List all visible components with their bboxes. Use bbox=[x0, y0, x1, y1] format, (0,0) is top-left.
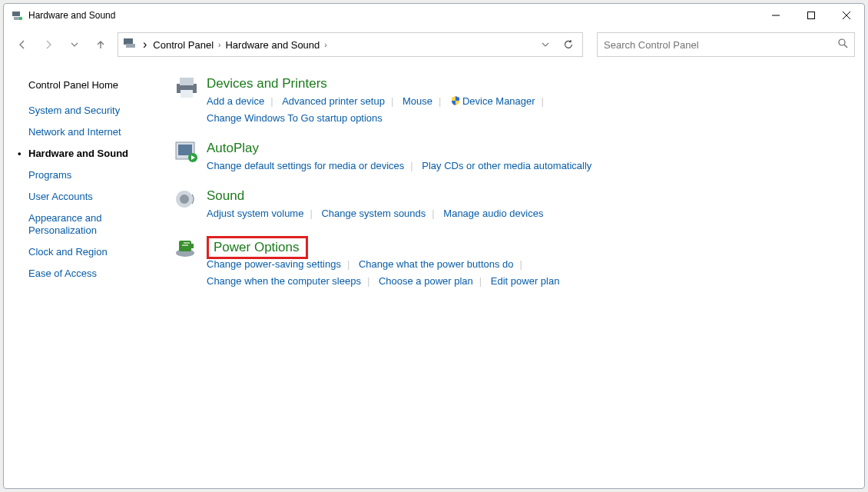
task-system-sounds[interactable]: Change system sounds bbox=[321, 205, 426, 222]
task-power-saving[interactable]: Change power-saving settings bbox=[207, 256, 341, 273]
refresh-button[interactable] bbox=[559, 35, 578, 54]
speaker-icon bbox=[171, 188, 202, 216]
task-autoplay-defaults[interactable]: Change default settings for media or dev… bbox=[207, 158, 404, 175]
sidebar-item-ease-of-access[interactable]: Ease of Access bbox=[28, 268, 144, 280]
sidebar-item-network-internet[interactable]: Network and Internet bbox=[28, 126, 144, 138]
task-edit-plan[interactable]: Edit power plan bbox=[491, 273, 560, 290]
window-root: Hardware and Sound › Control Panel › Har… bbox=[3, 3, 865, 489]
svg-rect-0 bbox=[12, 12, 20, 16]
task-device-manager[interactable]: Device Manager bbox=[462, 93, 535, 110]
task-computer-sleeps[interactable]: Change when the computer sleeps bbox=[207, 273, 361, 290]
search-box[interactable] bbox=[597, 32, 855, 57]
category-title-autoplay[interactable]: AutoPlay bbox=[207, 141, 259, 156]
address-dropdown[interactable] bbox=[538, 35, 553, 54]
task-system-volume[interactable]: Adjust system volume bbox=[207, 205, 303, 222]
up-button[interactable] bbox=[91, 35, 110, 54]
svg-rect-8 bbox=[126, 44, 135, 48]
task-mouse[interactable]: Mouse bbox=[403, 93, 432, 110]
svg-point-18 bbox=[180, 194, 189, 204]
chevron-right-icon: › bbox=[324, 41, 326, 49]
category-title-devices[interactable]: Devices and Printers bbox=[207, 76, 327, 91]
control-panel-icon bbox=[123, 37, 137, 52]
sidebar-item-user-accounts[interactable]: User Accounts bbox=[28, 191, 144, 203]
svg-rect-21 bbox=[191, 244, 194, 248]
svg-rect-4 bbox=[808, 12, 815, 19]
category-sound: Sound Adjust system volume| Change syste… bbox=[171, 188, 849, 222]
close-button[interactable] bbox=[829, 4, 864, 27]
sidebar-item-clock-region[interactable]: Clock and Region bbox=[28, 246, 144, 258]
svg-point-9 bbox=[839, 39, 845, 45]
search-icon[interactable] bbox=[837, 38, 848, 52]
autoplay-icon bbox=[171, 141, 202, 168]
svg-rect-20 bbox=[179, 241, 191, 251]
titlebar: Hardware and Sound bbox=[4, 4, 864, 27]
svg-line-10 bbox=[844, 45, 847, 48]
breadcrumb-root[interactable]: Control Panel bbox=[153, 39, 214, 51]
app-icon bbox=[12, 9, 24, 22]
category-autoplay: AutoPlay Change default settings for med… bbox=[171, 141, 849, 175]
svg-point-2 bbox=[19, 17, 22, 20]
sidebar-item-hardware-sound[interactable]: Hardware and Sound bbox=[28, 148, 144, 160]
maximize-button[interactable] bbox=[793, 4, 829, 27]
svg-rect-7 bbox=[124, 38, 133, 45]
back-button[interactable] bbox=[13, 35, 31, 54]
sidebar: Control Panel Home System and Security N… bbox=[4, 62, 153, 488]
sidebar-item-programs[interactable]: Programs bbox=[28, 169, 144, 181]
power-icon bbox=[171, 236, 202, 264]
chevron-right-icon: › bbox=[143, 38, 147, 52]
svg-rect-12 bbox=[180, 78, 194, 85]
chevron-right-icon: › bbox=[218, 41, 220, 49]
category-power-options: Power Options Change power-saving settin… bbox=[171, 236, 849, 290]
address-bar[interactable]: › Control Panel › Hardware and Sound › bbox=[118, 32, 583, 57]
uac-shield-icon bbox=[450, 95, 461, 105]
sidebar-item-appearance[interactable]: Appearance and Personalization bbox=[28, 212, 144, 237]
category-devices-printers: Devices and Printers Add a device| Advan… bbox=[171, 76, 849, 127]
printer-icon bbox=[171, 76, 202, 104]
task-power-buttons[interactable]: Change what the power buttons do bbox=[359, 256, 514, 273]
task-add-device[interactable]: Add a device bbox=[207, 93, 264, 110]
forward-button[interactable] bbox=[39, 35, 58, 54]
window-title: Hardware and Sound bbox=[28, 10, 115, 21]
task-windows-to-go[interactable]: Change Windows To Go startup options bbox=[207, 110, 383, 127]
breadcrumb-current[interactable]: Hardware and Sound bbox=[225, 39, 320, 51]
category-title-sound[interactable]: Sound bbox=[207, 188, 244, 204]
minimize-button[interactable] bbox=[758, 4, 793, 27]
svg-rect-15 bbox=[178, 145, 192, 155]
task-choose-plan[interactable]: Choose a power plan bbox=[379, 273, 473, 290]
history-dropdown[interactable] bbox=[65, 35, 84, 54]
control-panel-home-link[interactable]: Control Panel Home bbox=[28, 79, 144, 91]
task-play-cds[interactable]: Play CDs or other media automatically bbox=[422, 158, 591, 175]
toolbar: › Control Panel › Hardware and Sound › bbox=[4, 27, 864, 62]
search-input[interactable] bbox=[604, 39, 837, 51]
task-printer-setup[interactable]: Advanced printer setup bbox=[282, 93, 385, 110]
category-title-power[interactable]: Power Options bbox=[214, 240, 300, 255]
task-audio-devices[interactable]: Manage audio devices bbox=[443, 205, 543, 222]
main-content: Devices and Printers Add a device| Advan… bbox=[153, 62, 864, 488]
sidebar-item-system-security[interactable]: System and Security bbox=[28, 105, 144, 117]
svg-rect-13 bbox=[181, 90, 193, 98]
